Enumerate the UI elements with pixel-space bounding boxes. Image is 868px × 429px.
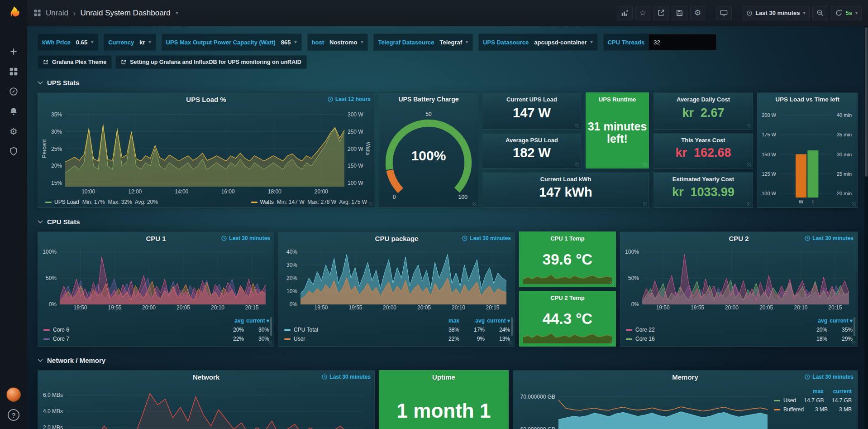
legend-item[interactable]: Buffered3 MB3 MB	[774, 405, 852, 414]
tick-label: 20:10	[452, 304, 465, 311]
variable-value-dropdown[interactable]: Nostromo▾	[328, 39, 367, 46]
panel-ups-battery-charge: UPS Battery Charge 050100 100%	[379, 92, 478, 208]
variable-label: UPS Max Output Power Capacity (Watt)	[162, 39, 280, 46]
link-ups-monitoring-guide[interactable]: Setting up Grafana and InfluxDB for UPS …	[115, 55, 306, 69]
sidebar-admin-button[interactable]	[0, 141, 27, 161]
legend-scrollbar[interactable]	[270, 317, 272, 336]
time-picker-button[interactable]: Last 30 minutes ▾	[743, 6, 809, 20]
legend-scrollbar[interactable]	[511, 317, 513, 336]
help-button[interactable]: ?	[8, 409, 19, 421]
share-dashboard-button[interactable]	[653, 6, 669, 20]
scrollbar-thumb[interactable]	[865, 27, 868, 177]
legend-scrollbar[interactable]	[854, 317, 855, 336]
legend-item[interactable]: UPS LoadMin: 17% Max: 32% Avg: 20%	[45, 199, 158, 205]
legend-item[interactable]: User22%9%13%	[284, 334, 510, 343]
row-header-ups-stats[interactable]: UPS Stats	[38, 77, 860, 88]
tick-label: 19:55	[348, 304, 362, 311]
tick-label: 40%	[286, 249, 297, 255]
sidebar-explore-button[interactable]	[0, 82, 27, 101]
zoom-out-icon	[816, 9, 824, 17]
variable-value-dropdown[interactable]: apcupsd-container▾	[533, 39, 597, 46]
cpu_pkg-svg[interactable]: 19:5019:5520:0020:0520:1020:1540%30%20%1…	[283, 246, 509, 312]
variable-value-dropdown[interactable]: 0.65▾	[75, 39, 98, 46]
legend: UPS LoadMin: 17% Max: 32% Avg: 20% Watts…	[45, 199, 367, 205]
panel-title[interactable]: UPS Battery Charge	[379, 93, 478, 106]
row-header-network-memory[interactable]: Network / Memory	[38, 355, 860, 366]
sidebar-create-button[interactable]	[0, 42, 27, 62]
tick-label: 100 W	[762, 191, 776, 196]
star-icon: ☆	[639, 9, 646, 17]
link-grafana-plex-theme[interactable]: Grafana Plex Theme	[38, 55, 112, 69]
variable-value-dropdown[interactable]: Telegraf▾	[438, 39, 472, 46]
variable-value-dropdown[interactable]: 865▾	[280, 39, 301, 46]
legend-item[interactable]: Core 722%30%	[43, 334, 269, 343]
refresh-button[interactable]: 5s ▾	[831, 6, 862, 20]
legend-item[interactable]: Core 2220%35%	[626, 325, 853, 334]
cycle-view-button[interactable]	[716, 6, 732, 20]
tick-label: 2.0 MBs	[43, 424, 63, 429]
add-panel-button[interactable]	[617, 6, 633, 20]
dashboard-title[interactable]: Unraid System Dashboard	[80, 9, 170, 18]
stat-title[interactable]: Current Load kWh	[483, 176, 649, 183]
sidebar-dashboards-button[interactable]	[0, 62, 27, 82]
stat-title[interactable]: Average Daily Cost	[654, 96, 753, 103]
stat-title[interactable]: Estimated Yearly Cost	[654, 176, 753, 183]
breadcrumb-folder[interactable]: Unraid	[46, 9, 68, 18]
panel-memory: Memory Last 30 minutes 70.000000 GB60.00…	[513, 370, 858, 429]
grafana-logo-icon[interactable]	[0, 0, 27, 26]
stat-title[interactable]: CPU 1 Temp	[520, 235, 615, 242]
grid-icon	[9, 67, 18, 76]
dashboard-canvas: kWh Price0.65▾ Currencykr▾ UPS Max Outpu…	[27, 26, 864, 429]
legend-item[interactable]: Used14.7 GB14.7 GB	[774, 396, 852, 405]
tick-label: 19:55	[108, 304, 121, 311]
variable-value-dropdown[interactable]: kr▾	[138, 39, 155, 46]
row-header-cpu-stats[interactable]: CPU Stats	[38, 216, 860, 227]
question-icon: ?	[11, 411, 15, 419]
sidebar-configuration-button[interactable]: ⚙	[0, 121, 27, 141]
cpu-package-chart[interactable]: 19:5019:5520:0020:0520:1020:1540%30%20%1…	[283, 246, 509, 312]
legend-item[interactable]: Core 1618%29%	[626, 334, 853, 343]
panel-title[interactable]: Uptime	[379, 371, 508, 383]
cpu1-chart[interactable]: 19:5019:5520:0020:0520:1020:15100%50%0%	[43, 246, 268, 312]
memory-chart[interactable]: 70.000000 GB60.000000 GB50.000000 GB	[518, 384, 771, 429]
stat-title[interactable]: UPS Runtime	[586, 96, 649, 103]
legend: avgcurrent ▾ Core 2220%35% Core 1618%29%	[626, 316, 853, 343]
network-chart[interactable]: 6.0 MBs4.0 MBs2.0 MBs	[43, 384, 368, 429]
sidebar-alerting-button[interactable]	[0, 101, 27, 121]
tick-label: 20:15	[486, 304, 499, 311]
save-dashboard-button[interactable]	[672, 6, 687, 20]
panel-time-override: Last 30 minutes	[805, 235, 854, 241]
network-svg[interactable]: 6.0 MBs4.0 MBs2.0 MBs	[43, 384, 368, 429]
tick-label: 10:00	[81, 188, 95, 195]
legend: avgcurrent ▾ Core 620%30% Core 722%30%	[43, 316, 269, 343]
stat-title[interactable]: Current UPS Load	[483, 96, 581, 103]
monitor-icon	[720, 9, 728, 17]
user-avatar[interactable]	[6, 387, 21, 402]
panel-title[interactable]: UPS Load %	[38, 93, 374, 106]
tick-label: 0	[393, 194, 396, 200]
legend-item[interactable]: CPU Total38%17%24%	[284, 325, 510, 334]
star-dashboard-button[interactable]: ☆	[635, 6, 650, 20]
panel-time-override: Last 30 minutes	[462, 235, 511, 241]
cpu2-svg[interactable]: 19:5019:5520:0020:0520:1020:15100%50%0%	[625, 246, 852, 312]
dashboard-settings-button[interactable]: ⚙	[690, 6, 705, 20]
ups-load-chart[interactable]: 10:0012:0014:0016:0018:0020:0035%30%25%2…	[45, 106, 367, 196]
legend-item[interactable]: WattsMin: 147 W Max: 278 W Avg: 175 W	[251, 199, 367, 205]
cpu1-svg[interactable]: 19:5019:5520:0020:0520:1020:15100%50%0%	[43, 246, 268, 312]
stat-title[interactable]: CPU 2 Temp	[520, 294, 615, 301]
series-color-dash	[43, 338, 50, 340]
cpu-threads-input[interactable]	[649, 34, 716, 50]
variable-label: Telegraf Datasource	[374, 39, 438, 46]
memory-svg[interactable]: 70.000000 GB60.000000 GB50.000000 GB	[518, 384, 771, 429]
stat-title[interactable]: Average PSU Load	[483, 137, 581, 144]
grafana-flame-icon	[6, 5, 21, 21]
panel-title[interactable]: UPS Load vs Time left	[758, 93, 857, 106]
stat-value: 1 month 1	[379, 400, 508, 422]
stat-title[interactable]: This Years Cost	[654, 137, 753, 144]
legend-item[interactable]: Core 620%30%	[43, 325, 269, 334]
ups_load-svg[interactable]: 10:0012:0014:0016:0018:0020:0035%30%25%2…	[45, 106, 367, 196]
tick-label: 20:05	[417, 304, 431, 311]
cpu2-chart[interactable]: 19:5019:5520:0020:0520:1020:15100%50%0%	[625, 246, 852, 312]
caret-down-icon[interactable]: ▾	[176, 11, 178, 15]
zoom-out-button[interactable]	[812, 6, 828, 20]
